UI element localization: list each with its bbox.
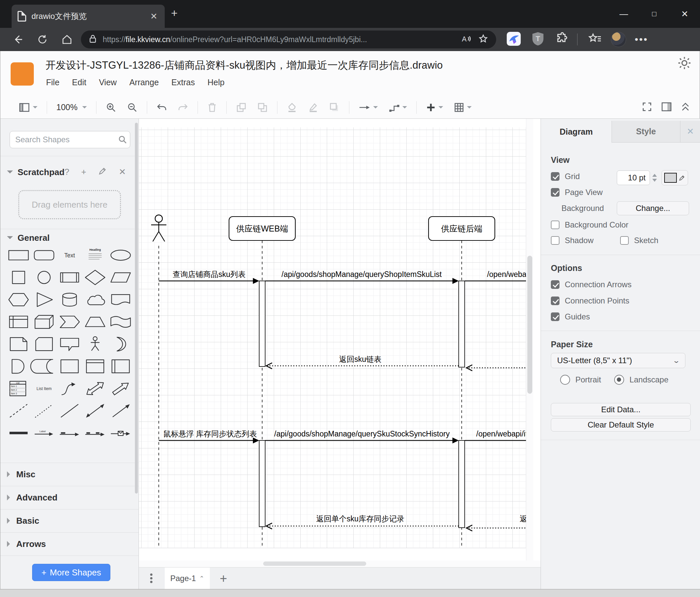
shape-tape[interactable]	[108, 312, 133, 332]
shape-source-target-arrow[interactable]	[57, 423, 82, 443]
new-tab-button[interactable]: +	[171, 7, 178, 20]
shape-data-storage[interactable]	[31, 357, 57, 376]
scratchpad-header[interactable]: Scratchpad ? + ✕	[0, 163, 139, 182]
section-misc[interactable]: Misc	[0, 463, 139, 486]
shape-trapezoid[interactable]	[82, 312, 108, 332]
close-button[interactable]: ✕	[670, 0, 700, 28]
fullscreen-icon[interactable]	[641, 101, 653, 114]
waypoints-button[interactable]	[385, 100, 410, 114]
shape-card[interactable]	[31, 334, 57, 354]
shape-cube[interactable]	[31, 312, 57, 332]
favorites-list-icon[interactable]	[588, 32, 602, 46]
shape-source-target-arrow-2[interactable]	[82, 423, 108, 443]
shadow-checkbox[interactable]	[551, 236, 559, 245]
scratchpad-dropzone[interactable]: Drag elements here	[18, 190, 121, 219]
edit-data-button[interactable]: Edit Data...	[551, 403, 691, 416]
pages-menu-icon[interactable]	[150, 572, 153, 584]
shape-step[interactable]	[57, 312, 82, 332]
menu-help[interactable]: Help	[207, 78, 224, 87]
table-button[interactable]	[450, 100, 475, 115]
menu-arrange[interactable]: Arrange	[129, 78, 159, 87]
browser-tab[interactable]: drawio文件预览 ✕	[11, 5, 165, 28]
shape-link[interactable]	[6, 423, 31, 443]
edit-pencil-icon[interactable]	[98, 167, 107, 178]
address-bar[interactable]: https://file.kkview.cn/onlinePreview?url…	[81, 30, 496, 48]
page-tab[interactable]: Page-1 ⌃	[165, 568, 210, 589]
grid-color-button[interactable]	[661, 170, 688, 185]
shape-annotated-link[interactable]	[108, 423, 133, 443]
add-icon[interactable]: +	[81, 167, 86, 178]
grid-size-input[interactable]	[617, 170, 650, 185]
shape-dashed-line[interactable]	[6, 401, 31, 421]
zoom-out-button[interactable]	[124, 100, 141, 115]
zoom-level-button[interactable]: 100%	[53, 100, 90, 114]
more-shapes-button[interactable]: + More Shapes	[32, 564, 110, 581]
shape-cloud[interactable]	[82, 290, 108, 309]
shape-square[interactable]	[6, 268, 31, 287]
grid-checkbox[interactable]	[551, 172, 559, 181]
section-arrows[interactable]: Arrows	[0, 532, 139, 555]
section-basic[interactable]: Basic	[0, 509, 139, 532]
shape-container[interactable]	[57, 357, 82, 376]
panel-close-icon[interactable]: ✕	[687, 126, 694, 137]
shape-search[interactable]	[9, 131, 130, 148]
shape-and[interactable]	[6, 357, 31, 376]
page-view-checkbox[interactable]	[551, 188, 559, 197]
shape-line[interactable]	[57, 401, 82, 421]
shield-t-icon[interactable]: T	[531, 31, 545, 47]
shape-rectangle[interactable]	[6, 245, 31, 265]
clear-default-style-button[interactable]: Clear Default Style	[551, 418, 691, 431]
shape-callout[interactable]	[57, 334, 82, 354]
tab-style[interactable]: Style	[612, 121, 680, 143]
shape-cylinder[interactable]	[57, 290, 82, 309]
shape-bidirectional-connector[interactable]	[82, 401, 108, 421]
connection-button[interactable]	[355, 101, 381, 114]
connection-points-checkbox[interactable]	[551, 296, 559, 305]
shape-vertical-container[interactable]	[82, 357, 108, 376]
portrait-radio[interactable]	[560, 375, 570, 385]
add-page-button[interactable]: +	[220, 571, 227, 586]
section-general[interactable]: General	[0, 230, 139, 245]
menu-edit[interactable]: Edit	[72, 78, 86, 87]
help-icon[interactable]: ?	[65, 167, 69, 178]
shape-dotted-line[interactable]	[31, 401, 57, 421]
back-icon[interactable]	[11, 34, 25, 45]
shape-arrow[interactable]	[108, 379, 133, 398]
shape-process[interactable]	[57, 268, 82, 287]
maximize-button[interactable]: □	[639, 0, 670, 28]
activation-bars[interactable]	[259, 281, 465, 528]
shape-list-item[interactable]: List Item	[31, 379, 57, 398]
drawing-canvas[interactable]: 供应链WEB端 供应链后端	[139, 119, 533, 560]
landscape-radio[interactable]	[614, 375, 624, 385]
format-panel-icon[interactable]	[661, 102, 672, 113]
avatar[interactable]	[611, 32, 626, 47]
shape-document[interactable]	[108, 290, 133, 309]
menu-view[interactable]: View	[99, 78, 117, 87]
shape-triangle[interactable]	[31, 290, 57, 309]
paper-size-select[interactable]: US-Letter (8,5" x 11") ⌄	[551, 353, 685, 368]
home-icon[interactable]	[60, 34, 74, 45]
lifeline-box-web[interactable]: 供应链WEB端	[229, 217, 295, 240]
insert-button[interactable]	[423, 100, 446, 114]
sketch-checkbox[interactable]	[620, 236, 629, 245]
horizontal-scrollbar[interactable]	[139, 560, 541, 567]
zoom-in-button[interactable]	[102, 100, 120, 115]
view-panel-button[interactable]	[16, 100, 41, 114]
theme-sun-icon[interactable]	[677, 56, 692, 72]
background-change-button[interactable]: Change...	[617, 201, 689, 215]
shape-ellipse[interactable]	[108, 245, 133, 265]
shape-or[interactable]	[108, 334, 133, 354]
lifeline-box-backend[interactable]: 供应链后端	[429, 217, 495, 240]
vertical-scrollbar[interactable]	[526, 119, 533, 560]
minimize-button[interactable]: —	[608, 0, 639, 28]
shape-horizontal-container[interactable]	[108, 357, 133, 376]
read-aloud-icon[interactable]: A	[461, 34, 471, 45]
sidebar-scrollbar[interactable]	[135, 123, 138, 494]
shape-diamond[interactable]	[82, 268, 108, 287]
scrollbar-thumb[interactable]	[263, 562, 366, 566]
shape-labeled-arrow[interactable]: Label	[31, 423, 57, 443]
tab-close-icon[interactable]: ✕	[149, 11, 159, 22]
refresh-icon[interactable]	[36, 34, 49, 45]
collapse-icon[interactable]	[680, 101, 691, 114]
shape-bidirectional-arrow[interactable]	[82, 379, 108, 398]
